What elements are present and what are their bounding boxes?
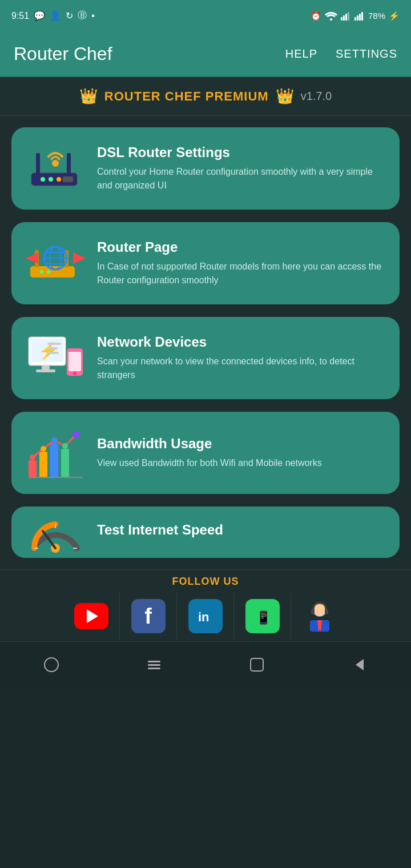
svg-rect-43 bbox=[61, 449, 69, 477]
premium-text: ROUTER CHEF PREMIUM bbox=[104, 89, 269, 104]
square-nav-icon[interactable] bbox=[247, 654, 267, 675]
bottom-nav bbox=[0, 641, 411, 687]
alarm-icon: ⏰ bbox=[311, 11, 321, 21]
svg-point-0 bbox=[330, 18, 332, 21]
circle-nav-icon[interactable] bbox=[41, 654, 62, 675]
account-icon: 👤 bbox=[50, 10, 61, 21]
network-devices-desc: Scan your network to view the connected … bbox=[97, 355, 387, 382]
status-right: ⏰ 78% ⚡ bbox=[311, 11, 400, 21]
signal2-icon bbox=[354, 11, 365, 21]
test-internet-speed-text: Test Internet Speed bbox=[97, 522, 387, 542]
network-devices-card[interactable]: ⚡ Network Devices Scan your network to v… bbox=[11, 317, 400, 399]
whatsapp-icon: 📱 bbox=[245, 599, 280, 633]
svg-rect-5 bbox=[354, 17, 356, 21]
network-devices-text: Network Devices Scan your network to vie… bbox=[97, 334, 387, 382]
router-page-card[interactable]: Router Page In Case of not supported Rou… bbox=[11, 222, 400, 304]
linkedin-social[interactable]: in bbox=[177, 593, 234, 639]
svg-rect-10 bbox=[36, 153, 40, 174]
support-icon bbox=[303, 599, 337, 633]
help-button[interactable]: HELP bbox=[285, 47, 317, 61]
network-devices-title: Network Devices bbox=[97, 334, 387, 350]
history-icon: ↻ bbox=[66, 10, 73, 21]
youtube-social[interactable] bbox=[63, 593, 120, 639]
top-bar: Router Chef HELP SETTINGS bbox=[0, 31, 411, 77]
status-bar: 9:51 💬 👤 ↻ Ⓑ • ⏰ bbox=[0, 0, 411, 31]
svg-point-48 bbox=[72, 431, 79, 438]
svg-rect-33 bbox=[47, 347, 58, 349]
svg-rect-41 bbox=[39, 452, 47, 477]
facebook-icon: f bbox=[131, 599, 166, 633]
svg-rect-35 bbox=[42, 365, 50, 370]
test-internet-speed-card[interactable]: Test Internet Speed bbox=[11, 507, 400, 558]
top-actions: HELP SETTINGS bbox=[285, 47, 397, 61]
bandwidth-usage-card[interactable]: Bandwidth Usage View used Bandwidth for … bbox=[11, 412, 400, 494]
svg-rect-32 bbox=[47, 343, 61, 345]
svg-rect-34 bbox=[47, 352, 59, 354]
svg-rect-6 bbox=[357, 15, 358, 21]
bandwidth-usage-text: Bandwidth Usage View used Bandwidth for … bbox=[97, 436, 387, 470]
svg-rect-68 bbox=[148, 668, 160, 669]
svg-point-27 bbox=[40, 270, 43, 274]
battery-icon: ⚡ bbox=[389, 11, 400, 21]
svg-rect-64 bbox=[325, 609, 328, 614]
dsl-router-desc: Control your Home Router configuration s… bbox=[97, 165, 387, 192]
svg-point-39 bbox=[73, 372, 76, 375]
app-title: Router Chef bbox=[14, 43, 112, 65]
svg-rect-16 bbox=[63, 176, 73, 182]
dsl-router-icon bbox=[24, 140, 87, 197]
speed-test-icon bbox=[24, 507, 87, 558]
signal-icon bbox=[341, 11, 351, 21]
dsl-router-settings-card[interactable]: DSL Router Settings Control your Home Ro… bbox=[11, 127, 400, 210]
back-nav-icon[interactable] bbox=[349, 654, 370, 675]
whatsapp-social[interactable]: 📱 bbox=[234, 593, 291, 639]
dsl-router-text: DSL Router Settings Control your Home Ro… bbox=[97, 144, 387, 192]
svg-marker-70 bbox=[356, 659, 364, 670]
svg-rect-42 bbox=[50, 443, 58, 477]
router-page-desc: In Case of not supported Router models f… bbox=[97, 260, 387, 287]
support-social[interactable] bbox=[291, 593, 348, 639]
menu-nav-icon[interactable] bbox=[144, 654, 164, 675]
svg-point-14 bbox=[49, 177, 53, 182]
svg-point-47 bbox=[62, 443, 68, 449]
test-internet-speed-title: Test Internet Speed bbox=[97, 522, 387, 538]
bandwidth-usage-icon bbox=[24, 424, 87, 481]
svg-point-46 bbox=[51, 437, 57, 443]
svg-text:📱: 📱 bbox=[256, 610, 272, 625]
svg-point-15 bbox=[57, 177, 61, 182]
social-icons: f in 📱 bbox=[0, 593, 411, 639]
svg-marker-25 bbox=[26, 252, 38, 264]
svg-rect-63 bbox=[311, 609, 315, 614]
premium-banner: 👑 ROUTER CHEF PREMIUM 👑 v1.7.0 bbox=[0, 77, 411, 116]
crown-left-icon: 👑 bbox=[79, 87, 98, 105]
svg-rect-69 bbox=[251, 658, 263, 671]
dot-icon: • bbox=[91, 11, 95, 21]
router-page-text: Router Page In Case of not supported Rou… bbox=[97, 239, 387, 287]
svg-rect-8 bbox=[361, 12, 363, 21]
svg-marker-26 bbox=[73, 252, 86, 264]
message-icon: 💬 bbox=[34, 10, 45, 21]
svg-point-45 bbox=[41, 446, 46, 452]
linkedin-icon: in bbox=[188, 599, 223, 633]
svg-rect-4 bbox=[348, 12, 349, 21]
svg-point-28 bbox=[47, 270, 50, 274]
status-left: 9:51 💬 👤 ↻ Ⓑ • bbox=[11, 10, 95, 22]
svg-rect-38 bbox=[68, 352, 81, 371]
youtube-play-icon bbox=[87, 609, 98, 623]
bandwidth-usage-desc: View used Bandwidth for both Wifi and Mo… bbox=[97, 456, 387, 470]
svg-rect-1 bbox=[341, 17, 342, 21]
svg-point-44 bbox=[30, 455, 35, 460]
follow-us-bar: FOLLOW US f in 📱 bbox=[0, 569, 411, 641]
bandwidth-usage-title: Bandwidth Usage bbox=[97, 436, 387, 452]
svg-point-13 bbox=[41, 177, 45, 182]
facebook-social[interactable]: f bbox=[120, 593, 177, 639]
settings-button[interactable]: SETTINGS bbox=[336, 47, 397, 61]
svg-rect-11 bbox=[67, 153, 71, 174]
wifi-icon bbox=[325, 11, 337, 21]
router-page-title: Router Page bbox=[97, 239, 387, 255]
svg-rect-36 bbox=[36, 369, 55, 372]
network-devices-icon: ⚡ bbox=[24, 329, 87, 387]
svg-rect-3 bbox=[345, 14, 347, 21]
svg-rect-2 bbox=[343, 15, 345, 21]
dsl-router-title: DSL Router Settings bbox=[97, 144, 387, 160]
svg-point-12 bbox=[52, 160, 59, 167]
